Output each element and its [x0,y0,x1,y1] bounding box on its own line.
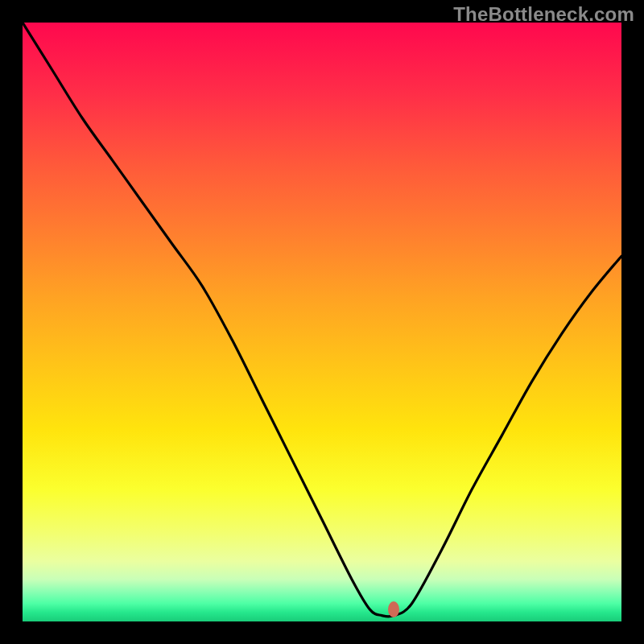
valley-marker [388,601,399,617]
curve-path [23,23,621,617]
watermark-text: TheBottleneck.com [453,3,634,26]
chart-frame: TheBottleneck.com [0,0,644,644]
plot-area [23,23,621,621]
bottleneck-curve [23,23,621,621]
